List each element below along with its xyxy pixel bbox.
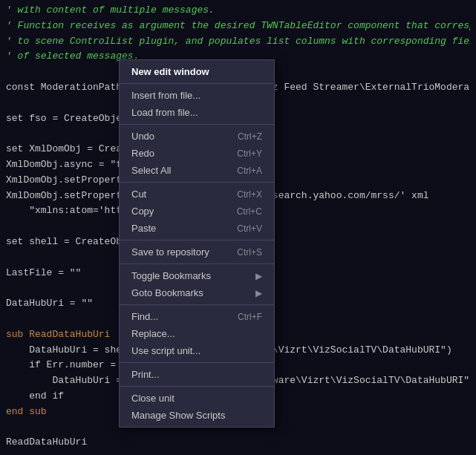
menu-separator <box>120 124 274 125</box>
menu-item-find[interactable]: Find... Ctrl+F <box>120 308 274 325</box>
menu-item-manage-show-scripts[interactable]: Manage Show Scripts <box>120 407 274 424</box>
menu-separator <box>120 83 274 84</box>
menu-item-close-unit[interactable]: Close unit <box>120 390 274 407</box>
code-line: ' Function receives as argument the desi… <box>6 19 470 34</box>
menu-item-undo[interactable]: Undo Ctrl+Z <box>120 128 274 145</box>
menu-separator <box>120 240 274 240</box>
menu-separator <box>120 386 274 387</box>
menu-item-paste[interactable]: Paste Ctrl+V <box>120 220 274 237</box>
menu-separator <box>120 263 274 264</box>
menu-item-replace[interactable]: Replace... <box>120 325 274 342</box>
menu-separator <box>120 362 274 363</box>
menu-item-cut[interactable]: Cut Ctrl+X <box>120 186 274 203</box>
submenu-arrow-icon: ▶ <box>255 271 262 281</box>
menu-item-new-edit-window[interactable]: New edit window <box>120 63 274 80</box>
code-line: ReadDataHubUri <box>6 435 470 451</box>
menu-item-insert-from-file[interactable]: Insert from file... <box>120 87 274 104</box>
menu-item-redo[interactable]: Redo Ctrl+Y <box>120 145 274 162</box>
menu-item-toggle-bookmarks[interactable]: Toggle Bookmarks ▶ <box>120 267 274 284</box>
submenu-arrow-icon: ▶ <box>255 288 262 298</box>
menu-item-goto-bookmarks[interactable]: Goto Bookmarks ▶ <box>120 284 274 301</box>
menu-item-load-from-file[interactable]: Load from file... <box>120 104 274 121</box>
menu-item-print[interactable]: Print... <box>120 366 274 383</box>
menu-item-select-all[interactable]: Select All Ctrl+A <box>120 162 274 179</box>
code-line: ' with content of multiple messages. <box>6 3 470 19</box>
menu-item-save-to-repository[interactable]: Save to repository Ctrl+S <box>120 243 274 261</box>
context-menu: New edit window Insert from file... Load… <box>119 59 275 428</box>
menu-item-copy[interactable]: Copy Ctrl+C <box>120 203 274 220</box>
code-line <box>6 451 470 455</box>
code-line: ' to scene ControlList plugin, and popul… <box>6 34 470 50</box>
menu-item-use-script-unit[interactable]: Use script unit... <box>120 342 274 359</box>
menu-separator <box>120 304 274 305</box>
menu-separator <box>120 182 274 183</box>
